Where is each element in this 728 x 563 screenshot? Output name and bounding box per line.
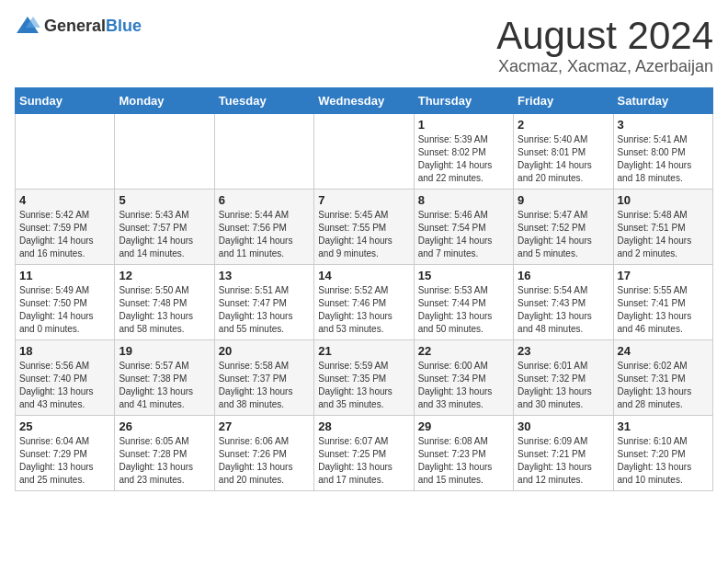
calendar-cell: 8Sunrise: 5:46 AM Sunset: 7:54 PM Daylig… xyxy=(414,190,513,265)
calendar-cell: 7Sunrise: 5:45 AM Sunset: 7:55 PM Daylig… xyxy=(314,190,414,265)
calendar-cell: 28Sunrise: 6:07 AM Sunset: 7:25 PM Dayli… xyxy=(314,416,414,491)
day-number: 2 xyxy=(518,118,609,132)
day-number: 19 xyxy=(119,344,210,358)
day-info: Sunrise: 5:50 AM Sunset: 7:48 PM Dayligh… xyxy=(119,284,210,336)
weekday-header-monday: Monday xyxy=(115,88,214,114)
calendar-cell: 29Sunrise: 6:08 AM Sunset: 7:23 PM Dayli… xyxy=(414,416,513,491)
calendar-week-row: 18Sunrise: 5:56 AM Sunset: 7:40 PM Dayli… xyxy=(16,340,713,416)
day-number: 31 xyxy=(618,419,709,433)
day-number: 16 xyxy=(518,269,609,282)
day-info: Sunrise: 6:09 AM Sunset: 7:21 PM Dayligh… xyxy=(518,435,609,487)
day-number: 14 xyxy=(318,269,409,282)
calendar-cell xyxy=(16,114,115,190)
day-number: 22 xyxy=(418,344,509,358)
day-number: 6 xyxy=(219,193,310,207)
calendar-cell: 21Sunrise: 5:59 AM Sunset: 7:35 PM Dayli… xyxy=(314,340,414,416)
day-number: 23 xyxy=(518,344,609,358)
day-info: Sunrise: 5:41 AM Sunset: 8:00 PM Dayligh… xyxy=(618,133,709,185)
day-number: 27 xyxy=(219,419,310,433)
calendar-cell: 1Sunrise: 5:39 AM Sunset: 8:02 PM Daylig… xyxy=(414,114,513,190)
day-number: 24 xyxy=(618,344,709,358)
day-number: 30 xyxy=(518,419,609,433)
day-number: 28 xyxy=(318,419,409,433)
calendar-cell: 4Sunrise: 5:42 AM Sunset: 7:59 PM Daylig… xyxy=(16,190,115,265)
day-info: Sunrise: 6:00 AM Sunset: 7:34 PM Dayligh… xyxy=(418,360,509,411)
calendar-cell: 31Sunrise: 6:10 AM Sunset: 7:20 PM Dayli… xyxy=(613,416,712,491)
day-info: Sunrise: 6:04 AM Sunset: 7:29 PM Dayligh… xyxy=(19,435,110,487)
day-info: Sunrise: 5:40 AM Sunset: 8:01 PM Dayligh… xyxy=(518,133,609,185)
day-info: Sunrise: 6:02 AM Sunset: 7:31 PM Dayligh… xyxy=(618,360,709,411)
day-number: 5 xyxy=(119,193,210,207)
day-info: Sunrise: 5:46 AM Sunset: 7:54 PM Dayligh… xyxy=(418,209,509,260)
day-info: Sunrise: 6:08 AM Sunset: 7:23 PM Dayligh… xyxy=(418,435,509,487)
weekday-header-thursday: Thursday xyxy=(414,88,513,114)
day-number: 29 xyxy=(418,419,509,433)
day-info: Sunrise: 5:42 AM Sunset: 7:59 PM Dayligh… xyxy=(19,209,110,260)
calendar-cell: 13Sunrise: 5:51 AM Sunset: 7:47 PM Dayli… xyxy=(214,265,313,340)
weekday-header-wednesday: Wednesday xyxy=(314,88,414,114)
logo-text-general: General xyxy=(44,17,106,35)
calendar-table: SundayMondayTuesdayWednesdayThursdayFrid… xyxy=(15,87,713,491)
calendar-cell: 9Sunrise: 5:47 AM Sunset: 7:52 PM Daylig… xyxy=(514,190,613,265)
day-number: 9 xyxy=(518,193,609,207)
calendar-cell: 23Sunrise: 6:01 AM Sunset: 7:32 PM Dayli… xyxy=(514,340,613,416)
location-subtitle: Xacmaz, Xacmaz, Azerbaijan xyxy=(496,57,713,76)
day-info: Sunrise: 5:55 AM Sunset: 7:41 PM Dayligh… xyxy=(618,284,709,336)
day-info: Sunrise: 5:39 AM Sunset: 8:02 PM Dayligh… xyxy=(418,133,509,185)
calendar-cell: 19Sunrise: 5:57 AM Sunset: 7:38 PM Dayli… xyxy=(115,340,214,416)
day-number: 11 xyxy=(19,269,110,282)
day-info: Sunrise: 5:45 AM Sunset: 7:55 PM Dayligh… xyxy=(318,209,409,260)
day-info: Sunrise: 5:52 AM Sunset: 7:46 PM Dayligh… xyxy=(318,284,409,336)
day-number: 15 xyxy=(418,269,509,282)
calendar-cell: 20Sunrise: 5:58 AM Sunset: 7:37 PM Dayli… xyxy=(214,340,313,416)
day-number: 12 xyxy=(119,269,210,282)
day-info: Sunrise: 5:53 AM Sunset: 7:44 PM Dayligh… xyxy=(418,284,509,336)
day-number: 26 xyxy=(119,419,210,433)
day-info: Sunrise: 6:01 AM Sunset: 7:32 PM Dayligh… xyxy=(518,360,609,411)
day-number: 13 xyxy=(219,269,310,282)
calendar-cell: 15Sunrise: 5:53 AM Sunset: 7:44 PM Dayli… xyxy=(414,265,513,340)
day-info: Sunrise: 6:10 AM Sunset: 7:20 PM Dayligh… xyxy=(618,435,709,487)
calendar-cell: 3Sunrise: 5:41 AM Sunset: 8:00 PM Daylig… xyxy=(613,114,712,190)
calendar-cell: 14Sunrise: 5:52 AM Sunset: 7:46 PM Dayli… xyxy=(314,265,414,340)
calendar-cell xyxy=(314,114,414,190)
weekday-header-sunday: Sunday xyxy=(16,88,115,114)
calendar-cell: 6Sunrise: 5:44 AM Sunset: 7:56 PM Daylig… xyxy=(214,190,313,265)
calendar-cell: 30Sunrise: 6:09 AM Sunset: 7:21 PM Dayli… xyxy=(514,416,613,491)
weekday-header-friday: Friday xyxy=(514,88,613,114)
day-info: Sunrise: 5:49 AM Sunset: 7:50 PM Dayligh… xyxy=(19,284,110,336)
day-info: Sunrise: 5:44 AM Sunset: 7:56 PM Dayligh… xyxy=(219,209,310,260)
day-info: Sunrise: 6:05 AM Sunset: 7:28 PM Dayligh… xyxy=(119,435,210,487)
calendar-cell: 12Sunrise: 5:50 AM Sunset: 7:48 PM Dayli… xyxy=(115,265,214,340)
day-info: Sunrise: 5:56 AM Sunset: 7:40 PM Dayligh… xyxy=(19,360,110,411)
day-info: Sunrise: 5:48 AM Sunset: 7:51 PM Dayligh… xyxy=(618,209,709,260)
day-info: Sunrise: 5:57 AM Sunset: 7:38 PM Dayligh… xyxy=(119,360,210,411)
day-number: 3 xyxy=(618,118,709,132)
logo-icon xyxy=(15,15,40,37)
day-info: Sunrise: 5:47 AM Sunset: 7:52 PM Dayligh… xyxy=(518,209,609,260)
calendar-cell xyxy=(214,114,313,190)
calendar-cell: 26Sunrise: 6:05 AM Sunset: 7:28 PM Dayli… xyxy=(115,416,214,491)
calendar-cell: 5Sunrise: 5:43 AM Sunset: 7:57 PM Daylig… xyxy=(115,190,214,265)
calendar-cell: 11Sunrise: 5:49 AM Sunset: 7:50 PM Dayli… xyxy=(16,265,115,340)
day-info: Sunrise: 5:59 AM Sunset: 7:35 PM Dayligh… xyxy=(318,360,409,411)
page-header: GeneralBlue August 2024 Xacmaz, Xacmaz, … xyxy=(15,15,713,76)
day-number: 10 xyxy=(618,193,709,207)
weekday-header-saturday: Saturday xyxy=(613,88,712,114)
calendar-cell: 25Sunrise: 6:04 AM Sunset: 7:29 PM Dayli… xyxy=(16,416,115,491)
day-number: 17 xyxy=(618,269,709,282)
calendar-cell: 24Sunrise: 6:02 AM Sunset: 7:31 PM Dayli… xyxy=(613,340,712,416)
day-info: Sunrise: 6:07 AM Sunset: 7:25 PM Dayligh… xyxy=(318,435,409,487)
calendar-cell: 2Sunrise: 5:40 AM Sunset: 8:01 PM Daylig… xyxy=(514,114,613,190)
day-info: Sunrise: 5:51 AM Sunset: 7:47 PM Dayligh… xyxy=(219,284,310,336)
title-section: August 2024 Xacmaz, Xacmaz, Azerbaijan xyxy=(496,15,713,76)
month-title: August 2024 xyxy=(496,15,713,57)
day-number: 25 xyxy=(19,419,110,433)
day-info: Sunrise: 5:43 AM Sunset: 7:57 PM Dayligh… xyxy=(119,209,210,260)
calendar-cell xyxy=(115,114,214,190)
logo: GeneralBlue xyxy=(15,15,142,37)
day-info: Sunrise: 5:54 AM Sunset: 7:43 PM Dayligh… xyxy=(518,284,609,336)
calendar-week-row: 1Sunrise: 5:39 AM Sunset: 8:02 PM Daylig… xyxy=(16,114,713,190)
day-number: 4 xyxy=(19,193,110,207)
calendar-cell: 18Sunrise: 5:56 AM Sunset: 7:40 PM Dayli… xyxy=(16,340,115,416)
